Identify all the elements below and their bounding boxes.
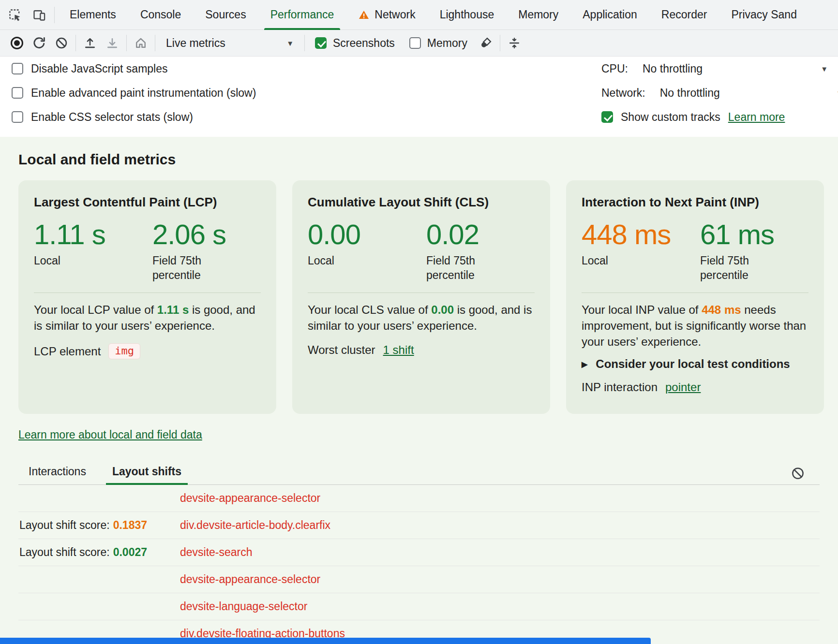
lcp-element-label: LCP element: [34, 345, 101, 358]
logs-tab-bar: Interactions Layout shifts: [18, 463, 820, 485]
checkbox-checked-icon: [315, 37, 327, 49]
home-icon: [134, 36, 148, 50]
lcp-element-chip[interactable]: img: [108, 343, 140, 359]
separator: [126, 35, 127, 51]
network-throttling-select[interactable]: Network: No throttling ▼: [601, 84, 838, 102]
lcp-card-title: Largest Contentful Paint (LCP): [34, 195, 261, 210]
shifted-element-link[interactable]: devsite-search: [180, 546, 253, 559]
capture-settings: Disable JavaScript samples Enable advanc…: [0, 57, 838, 137]
cls-card-title: Cumulative Layout Shift (CLS): [308, 195, 535, 210]
block-icon: [55, 36, 68, 50]
worst-cluster-label: Worst cluster: [308, 343, 375, 357]
shifted-element-link[interactable]: div.devsite-article-body.clearfix: [180, 519, 330, 532]
layout-shift-row: devsite-language-selector: [18, 593, 820, 620]
inp-card-title: Interaction to Next Paint (INP): [582, 195, 808, 210]
layout-shift-row: devsite-appearance-selector: [18, 485, 820, 512]
collapse-panel-button[interactable]: [503, 32, 525, 54]
separator: [304, 35, 305, 51]
tab-recorder[interactable]: Recorder: [649, 0, 719, 30]
inp-field-value: 61 ms: [700, 220, 819, 249]
tab-network[interactable]: Network: [346, 0, 427, 30]
clear-recording-button[interactable]: [50, 32, 73, 54]
layout-shift-score: Layout shift score:0.1837: [18, 519, 180, 532]
download-icon: [105, 36, 119, 50]
local-label: Local: [34, 254, 111, 268]
tab-sources[interactable]: Sources: [193, 0, 258, 30]
broom-icon: [479, 36, 493, 50]
history-dropdown-label: Live metrics: [166, 37, 225, 50]
shifted-element-link[interactable]: devsite-appearance-selector: [180, 573, 320, 586]
inspect-cursor-icon: [8, 8, 22, 22]
logs-section: Interactions Layout shifts devsite-appea…: [18, 463, 820, 644]
load-profile-button[interactable]: [79, 32, 101, 54]
screenshots-checkbox[interactable]: Screenshots: [308, 37, 402, 50]
collect-garbage-button[interactable]: [475, 32, 497, 54]
cls-field-metric: 0.02 Field 75th percentile: [426, 220, 545, 283]
learn-more-local-field-link[interactable]: Learn more about local and field data: [18, 428, 202, 441]
inp-local-metric: 448 ms Local: [582, 220, 700, 283]
triangle-right-icon: ▶: [582, 360, 587, 369]
advanced-paint-instrumentation-checkbox[interactable]: Enable advanced paint instrumentation (s…: [12, 84, 256, 102]
cpu-throttling-value: No throttling: [643, 62, 703, 75]
inp-interaction-link[interactable]: pointer: [665, 381, 701, 394]
tab-interactions[interactable]: Interactions: [26, 465, 89, 484]
lcp-card: Largest Contentful Paint (LCP) 1.11 s Lo…: [18, 180, 276, 414]
block-icon: [791, 466, 805, 481]
separator: [155, 35, 155, 51]
field-label: Field 75th percentile: [152, 254, 230, 283]
tab-performance[interactable]: Performance: [258, 0, 346, 30]
tab-lighthouse[interactable]: Lighthouse: [428, 0, 507, 30]
divider: [582, 293, 808, 293]
cpu-throttling-select[interactable]: CPU: No throttling ▼: [601, 60, 828, 77]
record-and-reload-button[interactable]: [28, 32, 50, 54]
tab-elements[interactable]: Elements: [58, 0, 128, 30]
inp-local-value: 448 ms: [582, 220, 700, 249]
local-test-conditions-disclosure[interactable]: ▶ Consider your local test conditions: [582, 357, 808, 371]
checkbox-unchecked-icon: [12, 111, 23, 123]
inp-field-metric: 61 ms Field 75th percentile: [700, 220, 819, 283]
separator: [54, 7, 55, 23]
divider: [34, 293, 261, 293]
worst-cluster-shift-link[interactable]: 1 shift: [383, 343, 414, 357]
layout-shift-row: Layout shift score:0.1837 div.devsite-ar…: [18, 512, 820, 539]
toggle-device-toolbar-button[interactable]: [27, 3, 51, 27]
tab-layout-shifts[interactable]: Layout shifts: [110, 465, 184, 484]
history-dropdown[interactable]: Live metrics ▼: [158, 37, 301, 50]
cls-description: Your local CLS value of 0.00 is good, an…: [308, 302, 535, 334]
field-label: Field 75th percentile: [700, 254, 778, 283]
collapse-to-line-icon: [508, 36, 521, 50]
record-button[interactable]: [6, 32, 28, 54]
shifted-element-link[interactable]: devsite-language-selector: [180, 600, 307, 613]
memory-label: Memory: [427, 37, 467, 50]
cls-local-metric: 0.00 Local: [308, 220, 426, 283]
local-label: Local: [582, 254, 659, 268]
tab-privacy-sandbox[interactable]: Privacy Sand: [719, 0, 809, 30]
memory-checkbox[interactable]: Memory: [402, 37, 475, 50]
metric-cards: Largest Contentful Paint (LCP) 1.11 s Lo…: [18, 180, 820, 414]
record-icon: [11, 37, 23, 49]
cls-card: Cumulative Layout Shift (CLS) 0.00 Local…: [292, 180, 550, 414]
layout-shift-row: devsite-appearance-selector: [18, 566, 820, 593]
inp-description: Your local INP value of 448 ms needs imp…: [582, 302, 808, 350]
cls-field-value: 0.02: [426, 220, 545, 249]
clear-log-button[interactable]: [791, 466, 805, 481]
shifted-element-link[interactable]: devsite-appearance-selector: [180, 492, 320, 505]
bottom-selection-bar: [0, 638, 651, 644]
lcp-description: Your local LCP value of 1.11 s is good, …: [34, 302, 261, 334]
lcp-local-metric: 1.11 s Local: [34, 220, 152, 283]
custom-tracks-learn-more-link[interactable]: Learn more: [728, 111, 785, 124]
local-field-metrics-heading: Local and field metrics: [18, 151, 820, 168]
separator: [500, 35, 500, 51]
save-profile-button[interactable]: [101, 32, 123, 54]
tab-console[interactable]: Console: [128, 0, 193, 30]
tab-memory[interactable]: Memory: [506, 0, 570, 30]
checkbox-unchecked-icon: [12, 63, 23, 74]
inspect-element-button[interactable]: [3, 3, 27, 27]
lcp-field-value: 2.06 s: [152, 220, 271, 249]
css-selector-stats-checkbox[interactable]: Enable CSS selector stats (slow): [12, 108, 193, 126]
show-custom-tracks-checkbox[interactable]: Show custom tracks: [601, 111, 720, 124]
home-button[interactable]: [130, 32, 152, 54]
disable-js-samples-checkbox[interactable]: Disable JavaScript samples: [12, 60, 168, 77]
tab-application[interactable]: Application: [570, 0, 649, 30]
inp-card: Interaction to Next Paint (INP) 448 ms L…: [566, 180, 824, 414]
